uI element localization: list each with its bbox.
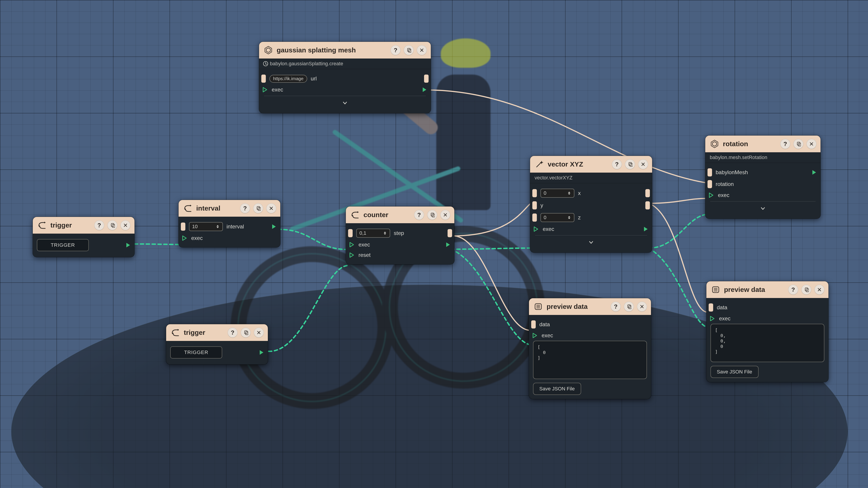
output-port-y[interactable]	[645, 201, 650, 209]
node-interval[interactable]: interval ? 10 interval exec	[179, 200, 280, 248]
trigger-button[interactable]: TRIGGER	[170, 346, 222, 359]
node-title: trigger	[184, 329, 224, 336]
rotation-label: rotation	[716, 181, 734, 187]
node-title: gaussian splatting mesh	[277, 46, 388, 54]
input-port-x[interactable]	[532, 189, 537, 197]
exec-port-in[interactable]	[532, 332, 538, 338]
exec-port-out[interactable]	[259, 350, 265, 355]
node-preview-data-1[interactable]: preview data ? data exec [ 0 ] Save JSON…	[529, 298, 651, 399]
output-port-count[interactable]	[447, 229, 452, 237]
z-label: z	[578, 215, 581, 221]
exec-label: exec	[272, 87, 283, 93]
node-vector-xyz[interactable]: vector XYZ ? vector.vectorXYZ 0 x y 0 z …	[530, 156, 652, 253]
node-header[interactable]: gaussian splatting mesh ?	[259, 42, 431, 59]
exec-port-out[interactable]	[445, 242, 451, 248]
input-port-data[interactable]	[709, 303, 713, 312]
exec-port-in[interactable]	[262, 87, 268, 93]
close-button[interactable]	[121, 220, 130, 230]
copy-button[interactable]	[404, 45, 414, 55]
interval-label: interval	[226, 223, 244, 230]
node-header[interactable]: counter ?	[346, 206, 454, 223]
close-button[interactable]	[254, 328, 264, 337]
copy-button[interactable]	[107, 220, 117, 230]
help-button[interactable]: ?	[228, 328, 238, 337]
copy-button[interactable]	[241, 328, 251, 337]
save-json-button[interactable]: Save JSON File	[533, 383, 581, 395]
expand-button[interactable]	[534, 238, 648, 249]
expand-button[interactable]	[709, 204, 816, 215]
input-port-step[interactable]	[348, 229, 352, 237]
lines-icon	[533, 301, 544, 312]
input-port-data[interactable]	[531, 320, 536, 328]
step-input[interactable]: 0,1	[356, 229, 390, 238]
copy-button[interactable]	[427, 210, 437, 220]
close-button[interactable]	[814, 285, 825, 295]
node-title: preview data	[547, 303, 608, 311]
input-port-z[interactable]	[532, 214, 537, 222]
close-button[interactable]	[637, 302, 647, 312]
node-counter[interactable]: counter ? 0,1 step exec reset	[346, 206, 454, 264]
node-rotation[interactable]: rotation ? babylon.mesh.setRotation baby…	[705, 135, 820, 219]
node-header[interactable]: vector XYZ ?	[530, 156, 652, 173]
node-preview-data-2[interactable]: preview data ? data exec [ 0, 0, 0 ] Sav…	[706, 281, 829, 382]
clock-icon	[263, 61, 268, 66]
exec-port-out[interactable]	[643, 226, 649, 232]
node-title: preview data	[724, 286, 785, 293]
expand-button[interactable]	[263, 99, 427, 109]
copy-button[interactable]	[625, 159, 635, 169]
exec-port-in[interactable]	[708, 192, 714, 198]
help-button[interactable]: ?	[612, 159, 622, 169]
node-trigger-2[interactable]: trigger ? TRIGGER	[166, 324, 268, 364]
help-button[interactable]: ?	[94, 220, 104, 230]
copy-button[interactable]	[794, 139, 803, 149]
node-header[interactable]: interval ?	[179, 200, 280, 217]
input-port-mesh[interactable]	[708, 168, 712, 176]
close-button[interactable]	[266, 203, 276, 213]
help-button[interactable]: ?	[611, 302, 621, 312]
trigger-button[interactable]: TRIGGER	[37, 239, 89, 251]
close-button[interactable]	[417, 45, 427, 55]
node-header[interactable]: preview data ?	[706, 281, 829, 298]
z-input[interactable]: 0	[540, 213, 575, 222]
node-path: babylon.gaussianSplatting.create	[259, 59, 431, 69]
help-button[interactable]: ?	[391, 45, 401, 55]
copy-button[interactable]	[624, 302, 634, 312]
copy-button[interactable]	[253, 203, 263, 213]
step-label: step	[394, 230, 404, 236]
exec-port-out[interactable]	[271, 224, 277, 230]
output-port-mesh[interactable]	[424, 74, 429, 83]
x-label: x	[578, 190, 581, 196]
help-button[interactable]: ?	[240, 203, 250, 213]
exec-port-in[interactable]	[349, 242, 355, 248]
x-input[interactable]: 0	[540, 189, 575, 198]
copy-button[interactable]	[801, 285, 811, 295]
close-button[interactable]	[440, 210, 450, 220]
node-header[interactable]: preview data ?	[529, 298, 651, 315]
close-button[interactable]	[638, 159, 648, 169]
node-header[interactable]: rotation ?	[705, 135, 820, 152]
input-port-y[interactable]	[532, 201, 537, 209]
interval-input[interactable]: 10	[189, 222, 223, 231]
save-json-button[interactable]: Save JSON File	[710, 366, 758, 378]
exec-port-out[interactable]	[125, 242, 131, 248]
node-trigger-1[interactable]: trigger ? TRIGGER	[33, 217, 134, 257]
help-button[interactable]: ?	[788, 285, 798, 295]
node-gaussian-splatting[interactable]: gaussian splatting mesh ? babylon.gaussi…	[259, 42, 431, 113]
exec-port-out[interactable]	[811, 169, 817, 175]
node-title: counter	[364, 211, 411, 219]
exec-port-in[interactable]	[533, 226, 539, 232]
reset-port-in[interactable]	[349, 252, 355, 258]
input-port-rotation[interactable]	[708, 180, 712, 188]
help-button[interactable]: ?	[414, 210, 424, 220]
exec-port-out[interactable]	[422, 87, 428, 93]
output-port-vector[interactable]	[645, 189, 650, 197]
input-port-interval[interactable]	[181, 223, 185, 231]
node-header[interactable]: trigger ?	[33, 217, 134, 234]
input-port-url[interactable]	[261, 74, 266, 83]
exec-port-in[interactable]	[182, 235, 188, 241]
help-button[interactable]: ?	[780, 139, 790, 149]
node-header[interactable]: trigger ?	[166, 324, 268, 341]
close-button[interactable]	[807, 139, 816, 149]
exec-port-in[interactable]	[710, 316, 715, 322]
url-input[interactable]: https://ik.image	[270, 75, 307, 83]
